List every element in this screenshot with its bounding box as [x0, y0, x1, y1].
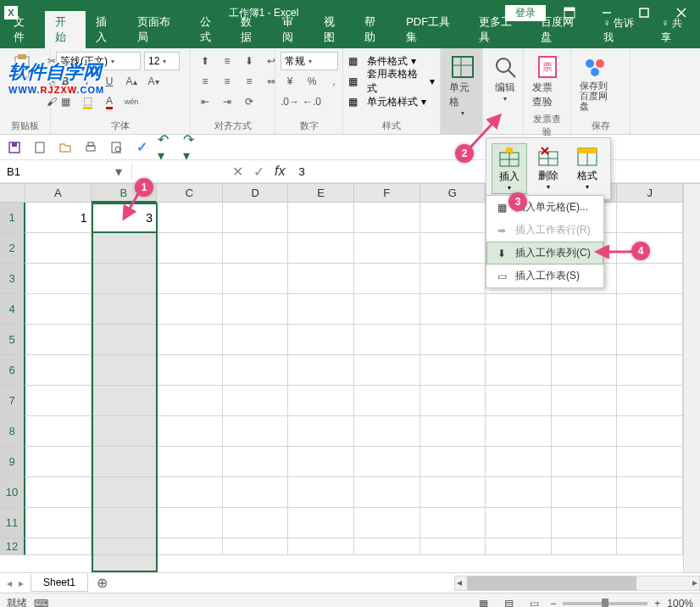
align-left-icon[interactable]: ≡: [196, 72, 214, 91]
col-header-C[interactable]: C: [157, 184, 223, 203]
font-family-combo[interactable]: 等线(正文)▾: [56, 52, 141, 70]
orientation-icon[interactable]: ⟳: [240, 92, 258, 111]
zoom-in-icon[interactable]: +: [654, 598, 660, 608]
increase-decimal-icon[interactable]: .0→: [281, 92, 299, 111]
print-preview-icon[interactable]: [107, 138, 125, 157]
row-header-2[interactable]: 2: [0, 233, 25, 264]
tab-file[interactable]: 文件: [3, 11, 45, 48]
zoom-level[interactable]: 100%: [667, 598, 693, 608]
share-button[interactable]: ♀ 共享: [651, 13, 700, 48]
new-icon[interactable]: [31, 138, 49, 157]
tab-review[interactable]: 审阅: [272, 11, 314, 48]
align-top-icon[interactable]: ⬆: [196, 52, 214, 70]
col-header-F[interactable]: F: [354, 184, 420, 203]
panel-delete-button[interactable]: 删除▾: [531, 143, 566, 194]
row-header-7[interactable]: 7: [0, 386, 25, 416]
tab-pdf[interactable]: PDF工具集: [396, 11, 469, 48]
name-box-input[interactable]: [0, 165, 110, 178]
align-middle-icon[interactable]: ≡: [218, 52, 236, 70]
menu-insert-sheet[interactable]: ▭ 插入工作表(S): [486, 265, 603, 287]
panel-format-button[interactable]: 格式▾: [569, 143, 605, 194]
zoom-slider[interactable]: [563, 602, 647, 605]
vertical-scrollbar[interactable]: [683, 184, 700, 572]
number-format-combo[interactable]: 常规▾: [281, 52, 338, 70]
undo-icon[interactable]: ↶ ▾: [158, 138, 176, 157]
comma-icon[interactable]: ,: [325, 72, 343, 91]
underline-icon[interactable]: U: [100, 72, 119, 91]
row-header-9[interactable]: 9: [0, 447, 25, 477]
name-box[interactable]: ▾: [0, 164, 132, 180]
tab-home[interactable]: 开始: [45, 11, 86, 48]
open-icon[interactable]: [56, 138, 75, 157]
cancel-formula-icon[interactable]: ✕: [232, 164, 243, 180]
sheet-nav-next-icon[interactable]: ▸: [19, 577, 24, 589]
cell-B1[interactable]: [92, 203, 158, 233]
tab-data[interactable]: 数据: [231, 11, 272, 48]
col-header-J[interactable]: J: [617, 184, 683, 203]
sheet-tab-sheet1[interactable]: Sheet1: [31, 574, 88, 592]
row-header-5[interactable]: 5: [0, 325, 25, 355]
row-header-3[interactable]: 3: [0, 264, 25, 294]
indent-left-icon[interactable]: ⇤: [196, 92, 214, 111]
tab-view[interactable]: 视图: [314, 11, 355, 48]
italic-icon[interactable]: I: [78, 72, 97, 91]
save-baidu-button[interactable]: 保存到百度网盘: [576, 52, 614, 113]
zoom-out-icon[interactable]: −: [550, 598, 556, 608]
tell-me[interactable]: ♀ 告诉我: [593, 13, 652, 48]
row-header-12[interactable]: 12: [0, 538, 25, 555]
row-header-10[interactable]: 10: [0, 477, 25, 508]
currency-icon[interactable]: ¥: [281, 72, 299, 91]
panel-insert-button[interactable]: 插入▾: [492, 143, 527, 194]
cells-group-button[interactable]: 单元格▾: [446, 52, 480, 119]
sheet-nav-prev-icon[interactable]: ◂: [7, 577, 12, 589]
fx-icon[interactable]: fx: [275, 164, 285, 179]
save-icon[interactable]: [5, 138, 24, 157]
cell-A1[interactable]: 1: [25, 203, 92, 233]
name-box-dropdown-icon[interactable]: ▾: [110, 164, 127, 180]
tab-layout[interactable]: 页面布局: [127, 11, 189, 48]
grow-font-icon[interactable]: A▴: [122, 72, 141, 91]
invoice-button[interactable]: 票 发票查验: [529, 52, 565, 111]
paste-button[interactable]: [5, 52, 39, 82]
indent-right-icon[interactable]: ⇥: [218, 92, 236, 111]
col-header-A[interactable]: A: [25, 184, 92, 203]
select-all-corner[interactable]: [0, 184, 25, 203]
align-center-icon[interactable]: ≡: [218, 72, 236, 91]
enter-formula-icon[interactable]: ✓: [253, 164, 264, 180]
col-header-E[interactable]: E: [288, 184, 354, 203]
row-header-8[interactable]: 8: [0, 416, 25, 447]
row-header-4[interactable]: 4: [0, 294, 25, 325]
tab-more[interactable]: 更多工具: [469, 11, 531, 48]
normal-view-icon[interactable]: ▦: [474, 596, 492, 608]
shrink-font-icon[interactable]: A▾: [144, 72, 163, 91]
cell-styles-button[interactable]: ▦ 单元格样式 ▾: [348, 92, 426, 111]
row-header-1[interactable]: 1: [0, 203, 25, 233]
spellcheck-icon[interactable]: ✓: [132, 138, 151, 157]
col-header-D[interactable]: D: [223, 184, 289, 203]
page-break-view-icon[interactable]: ▭: [525, 596, 543, 608]
page-layout-view-icon[interactable]: ▤: [499, 596, 518, 608]
col-header-G[interactable]: G: [420, 184, 486, 203]
tab-formulas[interactable]: 公式: [190, 11, 231, 48]
fill-color-icon[interactable]: ⬚: [78, 92, 97, 111]
phonetic-icon[interactable]: wén: [122, 92, 141, 111]
print-icon[interactable]: [81, 138, 100, 157]
tab-help[interactable]: 帮助: [354, 11, 396, 48]
row-header-6[interactable]: 6: [0, 355, 25, 386]
border-icon[interactable]: ▦: [56, 92, 75, 111]
percent-icon[interactable]: %: [303, 72, 321, 91]
align-bottom-icon[interactable]: ⬇: [240, 52, 258, 70]
bold-icon[interactable]: B: [56, 72, 75, 91]
menu-insert-cols[interactable]: ⬇ 插入工作表列(C): [486, 242, 603, 265]
font-color-icon[interactable]: A: [100, 92, 119, 111]
add-sheet-icon[interactable]: ⊕: [88, 575, 116, 591]
table-format-button[interactable]: ▦ 套用表格格式 ▾: [348, 72, 435, 91]
tab-baidu[interactable]: 百度网盘: [531, 11, 592, 48]
row-header-11[interactable]: 11: [0, 508, 25, 538]
align-right-icon[interactable]: ≡: [240, 72, 258, 91]
horizontal-scrollbar[interactable]: ◂ ▸: [454, 576, 700, 591]
font-size-combo[interactable]: 12▾: [144, 52, 180, 70]
decrease-decimal-icon[interactable]: ←.0: [303, 92, 321, 111]
menu-insert-cells[interactable]: ▦ 插入单元格(E)...: [486, 196, 603, 219]
redo-icon[interactable]: ↷ ▾: [183, 138, 202, 157]
